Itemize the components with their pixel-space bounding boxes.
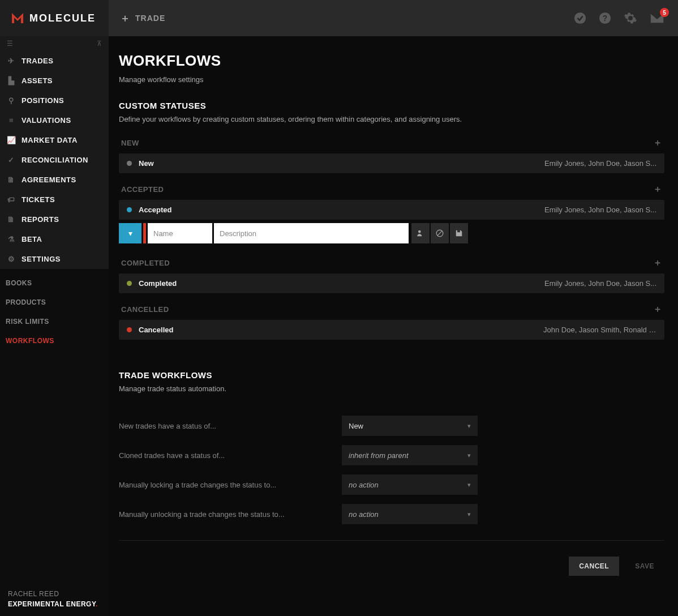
workflow-setting-row: Manually locking a trade changes the sta… — [119, 465, 664, 495]
svg-point-3 — [418, 230, 421, 233]
save-status-button[interactable] — [450, 223, 468, 243]
hamburger-icon[interactable]: ☰ — [7, 40, 13, 48]
status-row[interactable]: New Emily Jones, John Doe, Jason S... — [119, 153, 664, 173]
custom-statuses-desc: Define your workflows by creating custom… — [119, 115, 664, 123]
status-name: Accepted — [139, 206, 172, 214]
mail-icon[interactable]: 5 — [650, 12, 664, 24]
sliders-icon: ≡ — [7, 116, 16, 125]
select-value: no action — [349, 510, 379, 519]
setting-label: New trades have a status of... — [119, 422, 331, 430]
cancel-edit-button[interactable] — [431, 223, 449, 243]
document-icon: 🗎 — [7, 215, 16, 224]
unlock-status-select[interactable]: no action ▾ — [342, 504, 478, 524]
assign-user-button[interactable] — [411, 223, 430, 243]
setting-label: Manually locking a trade changes the sta… — [119, 481, 331, 489]
sidebar: ☰ ⊼ ✈TRADES ▙ASSETS ⚲POSITIONS ≡VALUATIO… — [0, 36, 109, 616]
trade-action[interactable]: ＋ TRADE — [109, 11, 165, 25]
gear-icon: ⚙ — [7, 255, 16, 263]
category-header-accepted: ACCEPTED ＋ — [119, 183, 664, 200]
setting-label: Cloned trades have a status of... — [119, 451, 331, 460]
status-row[interactable]: Cancelled John Doe, Jason Smith, Ronald … — [119, 320, 664, 340]
sidebar-item-assets[interactable]: ▙ASSETS — [0, 71, 109, 91]
top-icons: ? 5 — [574, 11, 678, 25]
chart-icon: 📈 — [7, 136, 16, 144]
status-dot-icon — [127, 161, 132, 166]
cloned-trade-status-select[interactable]: inherit from parent ▾ — [342, 445, 478, 465]
trade-action-label: TRADE — [135, 14, 165, 23]
status-dot-icon — [127, 327, 132, 332]
sidebar-item-tickets[interactable]: 🏷TICKETS — [0, 190, 109, 209]
sidebar-footer: RACHEL REED EXPERIMENTAL ENERGY — [0, 582, 109, 616]
sidebar-item-reconciliation[interactable]: ✓RECONCILIATION — [0, 150, 109, 170]
sidebar-item-settings[interactable]: ⚙SETTINGS — [0, 249, 109, 269]
category-header-cancelled: CANCELLED ＋ — [119, 303, 664, 320]
sidebar-sub-risk-limits[interactable]: RISK LIMITS — [0, 312, 109, 331]
add-status-icon[interactable]: ＋ — [653, 303, 663, 315]
sidebar-item-valuations[interactable]: ≡VALUATIONS — [0, 110, 109, 130]
trade-workflows-desc: Manage trade status automation. — [119, 384, 664, 393]
svg-point-0 — [574, 12, 586, 24]
status-name-input[interactable] — [148, 223, 212, 243]
add-status-icon[interactable]: ＋ — [653, 137, 663, 149]
trade-workflows-title: TRADE WORKFLOWS — [119, 370, 664, 380]
category-header-completed: COMPLETED ＋ — [119, 257, 664, 273]
select-value: New — [349, 422, 363, 430]
sidebar-item-positions[interactable]: ⚲POSITIONS — [0, 91, 109, 110]
sidebar-sub-workflows[interactable]: WORKFLOWS — [0, 331, 109, 350]
color-picker[interactable]: ▾ — [119, 223, 141, 243]
sidebar-item-label: REPORTS — [22, 215, 59, 224]
sidebar-item-agreements[interactable]: 🗎AGREEMENTS — [0, 170, 109, 190]
color-swatch — [143, 223, 146, 243]
main-content: WORKFLOWS Manage workflow settings CUSTO… — [109, 36, 678, 616]
status-dot-icon — [127, 207, 132, 212]
lock-status-select[interactable]: no action ▾ — [342, 474, 478, 495]
sidebar-item-label: POSITIONS — [22, 96, 64, 105]
sidebar-sub-books[interactable]: BOOKS — [0, 273, 109, 293]
save-button[interactable]: SAVE — [625, 557, 664, 576]
help-icon[interactable]: ? — [599, 12, 611, 24]
sidebar-item-beta[interactable]: ⚗BETA — [0, 229, 109, 249]
topbar: MOLECULE ＋ TRADE ? 5 — [0, 0, 678, 36]
sidebar-item-trades[interactable]: ✈TRADES — [0, 51, 109, 71]
flask-icon: ⚗ — [7, 235, 16, 243]
status-row[interactable]: Completed Emily Jones, John Doe, Jason S… — [119, 273, 664, 293]
status-name: New — [139, 159, 154, 168]
status-row[interactable]: Accepted Emily Jones, John Doe, Jason S.… — [119, 200, 664, 220]
sidebar-item-label: RECONCILIATION — [22, 156, 88, 164]
settings-gear-icon[interactable] — [624, 11, 637, 25]
notification-badge: 5 — [660, 8, 669, 17]
add-status-icon[interactable]: ＋ — [653, 183, 663, 195]
checkmark-circle-icon[interactable] — [574, 12, 586, 24]
divider — [119, 540, 664, 541]
status-editor-row: ▾ — [119, 223, 664, 243]
category-name: COMPLETED — [121, 259, 170, 267]
status-users: Emily Jones, John Doe, Jason S... — [544, 159, 656, 168]
chevron-down-icon: ▾ — [467, 452, 471, 459]
color-dropdown-icon[interactable]: ▾ — [119, 223, 141, 243]
sidebar-item-label: SETTINGS — [22, 255, 61, 263]
status-description-input[interactable] — [214, 223, 409, 243]
sidebar-item-label: ASSETS — [22, 76, 53, 85]
sidebar-collapse-bar: ☰ ⊼ — [0, 36, 109, 51]
svg-text:?: ? — [603, 14, 607, 23]
sidebar-sub-products[interactable]: PRODUCTS — [0, 293, 109, 312]
add-status-icon[interactable]: ＋ — [653, 257, 663, 269]
chevron-down-icon: ▾ — [467, 481, 471, 489]
sidebar-subnav: BOOKS PRODUCTS RISK LIMITS WORKFLOWS — [0, 269, 109, 350]
new-trade-status-select[interactable]: New ▾ — [342, 416, 478, 436]
pin-icon[interactable]: ⊼ — [97, 40, 102, 48]
sidebar-item-market-data[interactable]: 📈MARKET DATA — [0, 130, 109, 150]
logo-mark-icon — [10, 11, 25, 25]
handshake-icon: 🗎 — [7, 176, 16, 184]
cancel-button[interactable]: CANCEL — [569, 557, 619, 576]
bars-icon: ▙ — [7, 76, 16, 85]
logo[interactable]: MOLECULE — [0, 0, 109, 36]
paper-plane-icon: ✈ — [7, 57, 16, 65]
category-name: CANCELLED — [121, 305, 169, 314]
sidebar-item-label: AGREEMENTS — [22, 176, 76, 184]
brand-text: MOLECULE — [29, 12, 96, 24]
sidebar-item-reports[interactable]: 🗎REPORTS — [0, 209, 109, 229]
check-circle-icon: ✓ — [7, 156, 16, 164]
status-dot-icon — [127, 281, 132, 286]
workflow-setting-row: Manually unlocking a trade changes the s… — [119, 495, 664, 524]
